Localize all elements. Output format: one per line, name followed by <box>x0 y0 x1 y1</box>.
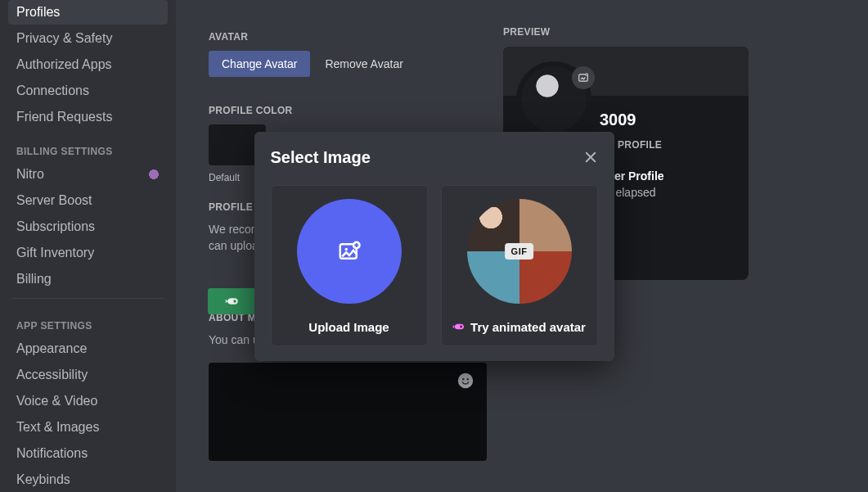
select-image-modal: Select Image Upload Image <box>254 132 614 361</box>
close-icon <box>583 150 598 165</box>
modal-title: Select Image <box>271 148 598 167</box>
upload-image-label: Upload Image <box>308 320 389 334</box>
svg-point-7 <box>344 247 348 251</box>
image-add-icon <box>337 239 362 264</box>
animated-avatar-label: Try animated avatar <box>452 320 586 334</box>
modal-overlay: Select Image Upload Image <box>0 0 868 492</box>
upload-circle <box>297 199 402 304</box>
animated-avatar-text: Try animated avatar <box>470 320 586 334</box>
upload-image-option[interactable]: Upload Image <box>271 185 428 346</box>
gif-preview-circle: GIF <box>467 199 572 304</box>
modal-options: Upload Image GIF Try animated avatar <box>271 185 598 346</box>
gif-chip: GIF <box>505 243 534 260</box>
modal-close-button[interactable] <box>580 147 601 168</box>
nitro-icon <box>452 322 465 332</box>
svg-point-9 <box>460 326 462 328</box>
animated-avatar-option[interactable]: GIF Try animated avatar <box>441 185 598 346</box>
